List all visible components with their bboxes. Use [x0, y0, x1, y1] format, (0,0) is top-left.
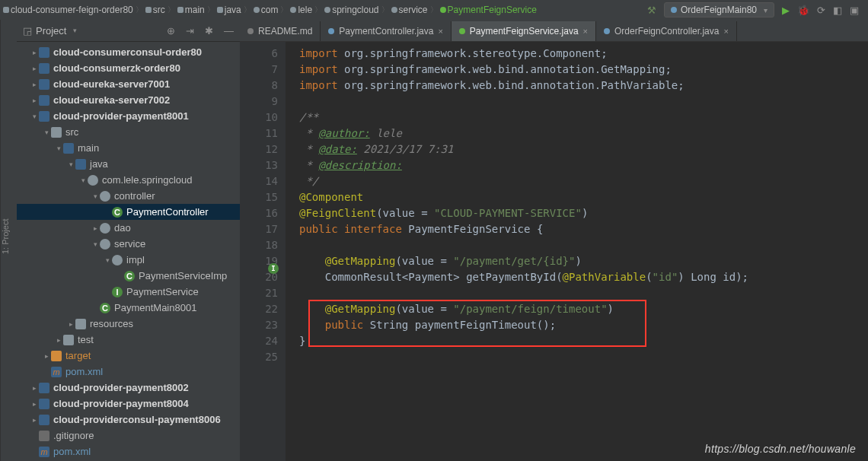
code-line[interactable] — [299, 285, 868, 301]
code-editor[interactable]: 678910111213141516171819202122232425 imp… — [240, 42, 868, 461]
code-line[interactable]: CommonResult<Payment> getPaymentById(@Pa… — [299, 269, 868, 285]
tree-arrow-icon[interactable]: ▸ — [30, 416, 39, 424]
gear-icon[interactable]: ✱ — [205, 25, 213, 37]
code-line[interactable]: import org.springframework.web.bind.anno… — [299, 62, 868, 78]
tree-row[interactable]: ▸cloud-provider-payment8004 — [17, 396, 240, 412]
more-icon[interactable]: ▣ — [850, 5, 859, 16]
code-line[interactable]: /** — [299, 110, 868, 126]
tree-arrow-icon[interactable]: ▸ — [30, 81, 39, 88]
breadcrumb-segment[interactable]: main — [177, 5, 205, 15]
tree-arrow-icon[interactable]: ▸ — [30, 97, 39, 104]
code-line[interactable]: */ — [299, 173, 868, 189]
tree-label: impl — [126, 254, 145, 265]
tree-row[interactable]: ▾java — [17, 156, 240, 172]
tree-row[interactable]: ▾com.lele.springcloud — [17, 172, 240, 188]
breadcrumb-segment[interactable]: src — [145, 5, 165, 15]
tree-arrow-icon[interactable]: ▾ — [91, 240, 100, 248]
tree-row[interactable]: ▸cloud-consumerconsul-order80 — [17, 44, 240, 60]
tree-row[interactable]: mpom.xml — [17, 364, 240, 380]
breadcrumb-segment[interactable]: lele — [290, 5, 312, 15]
code-line[interactable] — [299, 349, 868, 365]
project-view-selector[interactable]: ◲ Project — [23, 25, 77, 37]
code-line[interactable]: * @author: lele — [299, 126, 868, 141]
breadcrumb-segment[interactable]: com — [254, 5, 279, 15]
tree-arrow-icon[interactable]: ▸ — [30, 65, 39, 72]
tree-row[interactable]: ▸cloud-providerconsul-payment8006 — [17, 412, 240, 428]
code-line[interactable] — [299, 237, 868, 253]
gutter-interface-icon[interactable]: I — [268, 263, 279, 274]
tree-row[interactable]: ▸cloud-eureka-server7001 — [17, 76, 240, 92]
tree-arrow-icon[interactable]: ▸ — [30, 49, 39, 56]
close-icon[interactable]: × — [583, 27, 588, 36]
tree-row[interactable]: CPaymentController — [17, 204, 240, 220]
breadcrumb-segment[interactable]: cloud-consumer-feign-order80 — [3, 5, 133, 15]
tree-arrow-icon[interactable]: ▾ — [43, 129, 51, 136]
tree-arrow-icon[interactable]: ▸ — [30, 400, 39, 408]
run-config-selector[interactable]: OrderFeignMain80 — [664, 2, 774, 17]
debug-icon[interactable]: 🐞 — [797, 5, 809, 16]
stop-icon[interactable]: ◧ — [833, 5, 842, 16]
tree-label: cloud-consumerzk-order80 — [53, 62, 180, 74]
tree-row[interactable]: ▸dao — [17, 220, 240, 236]
run-icon[interactable]: ▶ — [782, 5, 790, 16]
tree-row[interactable]: ▾impl — [17, 252, 240, 268]
tree-arrow-icon[interactable]: ▸ — [91, 224, 100, 232]
code-line[interactable]: * @date: 2021/3/17 7:31 — [299, 141, 868, 157]
code-line[interactable] — [299, 94, 868, 110]
code-line[interactable]: import org.springframework.web.bind.anno… — [299, 78, 868, 94]
code-line[interactable]: @GetMapping(value = "/payment/get/{id}") — [299, 253, 868, 269]
tree-row[interactable]: ▸cloud-consumerzk-order80 — [17, 60, 240, 76]
breadcrumb-segment[interactable]: service — [391, 5, 428, 15]
coverage-icon[interactable]: ⟳ — [817, 5, 825, 16]
tree-row[interactable]: ▸test — [17, 332, 240, 348]
tab-file-icon — [328, 28, 334, 34]
code-source[interactable]: import org.springframework.stereotype.Co… — [286, 42, 868, 461]
hide-icon[interactable]: — — [224, 25, 234, 37]
int-icon: I — [112, 287, 123, 297]
close-icon[interactable]: × — [723, 27, 728, 36]
editor-tab[interactable]: PaymentController.java× — [321, 21, 452, 41]
code-line[interactable]: * @description: — [299, 157, 868, 173]
editor-tab[interactable]: OrderFeignController.java× — [596, 21, 737, 41]
tree-arrow-icon[interactable]: ▾ — [55, 145, 63, 152]
editor-tab[interactable]: PaymentFeignService.java× — [452, 21, 596, 41]
build-icon[interactable]: ⚒ — [647, 5, 656, 16]
close-icon[interactable]: × — [438, 27, 442, 36]
tree-row[interactable]: mpom.xml — [17, 444, 240, 459]
tree-arrow-icon[interactable]: ▾ — [67, 161, 75, 168]
tree-row[interactable]: ▾main — [17, 140, 240, 156]
breadcrumb-segment[interactable]: java — [217, 5, 241, 15]
tree-row[interactable]: ▾cloud-provider-payment8001 — [17, 108, 240, 124]
tree-row[interactable]: ▾controller — [17, 188, 240, 204]
code-line[interactable]: import org.springframework.stereotype.Co… — [299, 46, 868, 62]
breadcrumb-segment[interactable]: PaymentFeignService — [440, 5, 537, 15]
tree-arrow-icon[interactable]: ▸ — [30, 384, 39, 392]
breadcrumb-segment[interactable]: springcloud — [324, 5, 378, 15]
tree-arrow-icon[interactable]: ▾ — [104, 256, 112, 264]
tree-row[interactable]: ▸cloud-provider-payment8002 — [17, 380, 240, 396]
code-line[interactable]: public interface PaymentFeignService { — [299, 221, 868, 237]
tree-arrow-icon[interactable]: ▾ — [91, 192, 100, 200]
editor-tab[interactable]: README.md — [240, 21, 321, 41]
tree-arrow-icon[interactable]: ▾ — [79, 176, 88, 184]
tree-arrow-icon[interactable]: ▸ — [43, 352, 51, 360]
tree-row[interactable]: CPaymentMain8001 — [17, 300, 240, 316]
tree-row[interactable]: ▾service — [17, 236, 240, 252]
tree-row[interactable]: ▸target — [17, 348, 240, 364]
tree-row[interactable]: ▾src — [17, 124, 240, 140]
tree-arrow-icon[interactable]: ▸ — [67, 320, 75, 328]
code-line[interactable]: @FeignClient(value = "CLOUD-PAYMENT-SERV… — [299, 205, 868, 221]
rail-project[interactable]: 1: Project — [1, 219, 10, 254]
scroll-to-icon[interactable]: ⊕ — [167, 25, 175, 37]
tree-row[interactable]: .gitignore — [17, 428, 240, 444]
tree-arrow-icon[interactable]: ▾ — [30, 113, 39, 120]
collapse-icon[interactable]: ⇥ — [186, 25, 194, 37]
breadcrumb[interactable]: cloud-consumer-feign-order80〉src〉main〉ja… — [3, 5, 647, 15]
tree-row[interactable]: IPaymentService — [17, 284, 240, 300]
code-line[interactable]: @Component — [299, 189, 868, 205]
tree-row[interactable]: CPaymentServiceImp — [17, 268, 240, 284]
tree-arrow-icon[interactable]: ▸ — [55, 336, 63, 344]
tree-row[interactable]: ▸resources — [17, 316, 240, 332]
project-tree[interactable]: ▸cloud-consumerconsul-order80▸cloud-cons… — [17, 42, 240, 461]
tree-row[interactable]: ▸cloud-eureka-server7002 — [17, 92, 240, 108]
